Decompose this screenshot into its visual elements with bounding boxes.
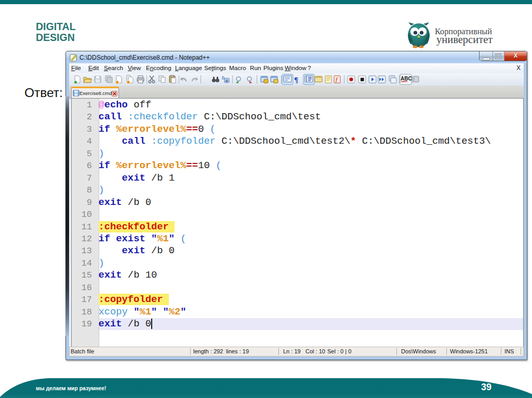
svg-text:¶: ¶ [294, 76, 298, 84]
svg-text:ABC: ABC [401, 76, 412, 81]
svg-text:b: b [222, 75, 224, 80]
svg-text:a: a [225, 78, 228, 83]
